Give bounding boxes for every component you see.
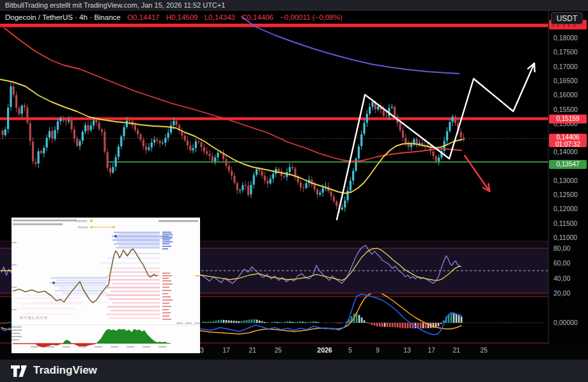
support-price-label: 0,13547 <box>549 160 587 169</box>
svg-text:0,12000: 0,12000 <box>553 205 578 212</box>
svg-text:5: 5 <box>348 346 352 354</box>
ohlc-open: O0,14417 <box>127 13 160 21</box>
resistance-price-label: 0,15159 <box>549 115 587 123</box>
svg-text:0,11500: 0,11500 <box>553 219 577 227</box>
tradingview-logo-icon[interactable] <box>10 364 29 378</box>
svg-text:25: 25 <box>274 346 282 354</box>
svg-text:0,00000: 0,00000 <box>553 319 578 326</box>
footer-bar: TradingView <box>0 360 588 382</box>
svg-text:0,17000: 0,17000 <box>553 63 578 70</box>
svg-text:0,11000: 0,11000 <box>553 234 577 241</box>
candle-countdown: 01:07:32 <box>549 141 587 148</box>
inset-legend-intensity: Intensity <box>75 219 88 223</box>
svg-text:2026: 2026 <box>317 346 332 354</box>
liquidation-heatmap-inset: HYBLOCK Intensity Anchor <box>12 218 200 353</box>
heatmap-image <box>12 218 200 353</box>
svg-text:60,00: 60,00 <box>553 259 570 267</box>
symbol-legend[interactable]: Dogecoin / TetherUS · 4h · Binance O0,14… <box>5 13 343 21</box>
svg-text:40,00: 40,00 <box>553 275 570 282</box>
svg-text:13: 13 <box>403 346 411 354</box>
tradingview-window: 0,180000,175000,170000,165000,160000,155… <box>0 0 588 382</box>
svg-text:80,00: 80,00 <box>553 244 570 252</box>
svg-text:0,12500: 0,12500 <box>553 191 578 198</box>
svg-text:25: 25 <box>480 346 488 354</box>
svg-text:21: 21 <box>249 346 256 354</box>
hyblock-watermark: HYBLOCK <box>20 315 49 320</box>
svg-text:0,17500: 0,17500 <box>553 48 578 56</box>
last-price-label: 0,14406 01:07:32 <box>549 134 587 147</box>
svg-text:0,18000: 0,18000 <box>553 34 578 42</box>
svg-text:0,16500: 0,16500 <box>553 77 578 84</box>
svg-text:9: 9 <box>376 346 380 354</box>
svg-text:0,15500: 0,15500 <box>553 106 578 113</box>
symbol-title[interactable]: Dogecoin / TetherUS · 4h · Binance <box>5 13 121 21</box>
svg-text:0,16000: 0,16000 <box>553 91 578 99</box>
svg-text:21: 21 <box>453 346 460 354</box>
ohlc-low: L0,14343 <box>205 13 235 21</box>
inset-legend-anchor: Anchor <box>78 225 88 229</box>
tradingview-brand-text[interactable]: TradingView <box>33 364 97 377</box>
svg-text:0,13000: 0,13000 <box>553 177 578 184</box>
ohlc-change: −0,00011 (−0,08%) <box>280 13 343 21</box>
svg-text:17: 17 <box>222 346 230 354</box>
currency-toggle-button[interactable]: USDT <box>551 12 583 24</box>
ohlc-high: H0,14509 <box>166 13 198 21</box>
svg-text:0,14000: 0,14000 <box>553 148 578 155</box>
svg-text:17: 17 <box>428 346 435 354</box>
svg-text:20,00: 20,00 <box>553 289 570 297</box>
attribution-bar: BitbullTrading erstellt mit TradingView.… <box>0 0 588 11</box>
ohlc-close: C0,14406 <box>242 13 274 21</box>
last-price-value: 0,14406 <box>549 134 587 141</box>
